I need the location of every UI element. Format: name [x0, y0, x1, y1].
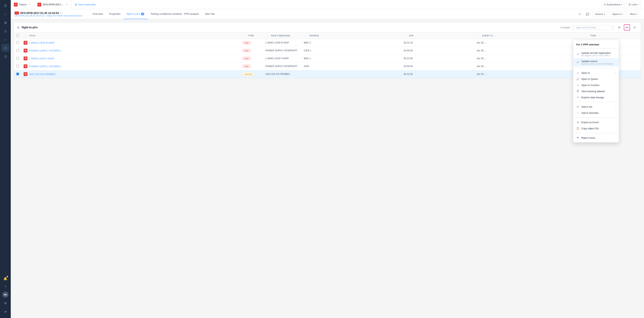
open-in-item[interactable]: ⎋ Open in › — [573, 70, 619, 76]
col-header-ata: ⋮⋮ ATA — [401, 32, 474, 39]
breadcrumb-from[interactable]: LAX-DFW-2013-06-02 09:26:29 — [14, 14, 44, 17]
blueprint-icon[interactable]: ⊡ — [2, 52, 9, 60]
row-checkbox[interactable] — [16, 41, 19, 44]
view-backing-dataset-item[interactable]: 🗄 View backing dataset — [573, 88, 619, 94]
row-checkbox[interactable] — [16, 65, 19, 67]
lists-label: Lists — [632, 3, 637, 6]
row-title-link[interactable]: POWER SUPPLY INTERRU... — [29, 65, 62, 68]
add-to-list-text: Add to list — [581, 105, 613, 108]
row-checkbox[interactable] — [16, 57, 19, 60]
tab-bar: ✈ Flights ✕ ✈ SFO-DFW-2017-... ✕ ⊕ New e… — [11, 0, 644, 9]
open-in-menu-icon: ⎋ — [576, 71, 579, 74]
open-in-quiver-text: Open in Quiver — [581, 78, 616, 80]
shuffle-icon[interactable]: ⇄ — [2, 308, 9, 315]
tab-testing[interactable]: Testing conditional container - PFR anal… — [148, 9, 202, 19]
tab-overview[interactable]: Overview — [90, 9, 106, 19]
view-backing-dataset-text: View backing dataset — [581, 90, 616, 93]
explore-data-lineage-item[interactable]: ✦ Explore data lineage — [573, 94, 619, 100]
table-title: flight-to-pfrs — [22, 26, 38, 29]
row-source-cell — [302, 70, 401, 78]
breadcrumb-end-arrow: › — [83, 14, 84, 17]
row-ata-cell: 36-22-00 — [401, 55, 474, 62]
comment-icon[interactable]: 💬 — [584, 11, 590, 17]
user-avatar[interactable]: NR — [2, 292, 8, 298]
tab-sfo-dfw[interactable]: ✈ SFO-DFW-2017-... ✕ — [34, 0, 72, 9]
tab-flight-to-pfrs[interactable]: flight-to-pfrs 5 — [124, 9, 148, 19]
row-source-cell: AIDS — [302, 62, 401, 70]
row-event-time-cell: Jan 30, ... — [474, 55, 588, 62]
add-to-favorites-item[interactable]: ☆ Add to favorites — [573, 110, 619, 116]
sfo-tab-label: SFO-DFW-2017-... — [43, 3, 64, 6]
explorations-button[interactable]: ⊙ Explorations ▾ — [601, 2, 624, 7]
record-icon: ↔ — [14, 11, 19, 14]
row-fault-message-cell: L WING LOOP B INOP — [263, 39, 302, 47]
help-icon[interactable]: ? — [2, 283, 9, 291]
row-source-cell: BMC 2 — [302, 39, 401, 47]
row-checkbox-cell — [14, 55, 21, 62]
report-issue-item[interactable]: ⚑ Report issue — [573, 135, 619, 141]
search-input-icon: ⌕ — [573, 26, 575, 29]
aircraft-icon: ✈ — [576, 53, 579, 56]
table-title-icon: ⊞ — [17, 26, 20, 29]
breadcrumb-to[interactable]: Dallas Fort Worth International Airport — [47, 14, 82, 17]
table-header-bar: ⊞ flight-to-pfrs 5 results ⌕ ? ⊞ ••• ⊟ — [14, 22, 641, 32]
results-count: 5 results — [560, 26, 570, 29]
close-flights-tab[interactable]: ✕ — [28, 3, 31, 6]
filter-icon[interactable]: ⊟ — [632, 24, 638, 30]
row-title-link[interactable]: L WING LOOP A INOP — [29, 57, 54, 60]
search-help-icon[interactable]: ? — [612, 26, 613, 29]
row-type-badge: fault — [242, 49, 250, 52]
update-source-item[interactable]: ⟳ Update source Update source system inf… — [573, 58, 619, 66]
col-header-checkbox — [14, 32, 21, 39]
lists-button[interactable]: ☰ Lists ▾ — [626, 2, 641, 7]
bell-icon[interactable]: 🔔 — [2, 275, 9, 282]
select-all-checkbox[interactable] — [16, 34, 19, 37]
search-nav-icon[interactable]: ⌕ — [2, 36, 9, 43]
update-aircraft-item[interactable]: ✈ Update aircraft registration Re-regist… — [573, 50, 619, 58]
row-event-time-cell: Jan 30, ... — [474, 62, 588, 70]
row-event-time-cell: Jan 30, ... — [474, 70, 588, 78]
open-in-contour-item[interactable]: ⬡ Open in Contour — [573, 82, 619, 88]
list-add-icon: ☰ — [576, 105, 579, 108]
context-menu: For 1 PFR selected: ✈ Update aircraft re… — [573, 40, 619, 143]
favorite-star-icon[interactable]: ☆ — [60, 12, 62, 14]
globe-icon[interactable]: ⊕ — [2, 299, 9, 307]
properties-tab-label: Properties — [109, 12, 120, 15]
row-fault-message-cell: L WING LOOP A INOP — [263, 55, 302, 62]
copy-object-ids-text: Copy object IDs — [581, 127, 616, 130]
explore-nav-icon[interactable]: ⊙ — [2, 44, 9, 52]
row-type-cell: fault — [240, 47, 263, 55]
copy-object-ids-item[interactable]: 📋 Copy object IDs — [573, 125, 619, 131]
tab-new-exploration[interactable]: ⊕ New exploration — [72, 0, 99, 9]
close-sfo-tab[interactable]: ✕ — [65, 3, 68, 6]
menu-icon[interactable]: ☰ — [2, 2, 9, 9]
row-title-link[interactable]: L WING LOOP B INOP — [29, 41, 54, 44]
row-title-link[interactable]: ANTI ICE F/O PROBES — [29, 73, 56, 76]
row-title-link[interactable]: POWER SUPPLY INTERRU... — [29, 49, 62, 52]
history-icon[interactable]: ◷ — [2, 27, 9, 35]
search-input[interactable] — [576, 26, 610, 29]
open-in-button[interactable]: Open in ▾ — [609, 11, 626, 17]
tab-new-tab[interactable]: New Tab — [202, 9, 218, 19]
main-content: ✈ Flights ✕ ✈ SFO-DFW-2017-... ✕ ⊕ New e… — [11, 0, 644, 318]
row-type-icon: 📡 — [24, 64, 28, 68]
row-checkbox[interactable] — [16, 73, 19, 75]
more-options-icon[interactable]: ••• — [624, 24, 630, 30]
actions-button[interactable]: Actions ▾ — [592, 11, 608, 17]
more-button[interactable]: More ▾ — [627, 11, 640, 17]
grid-icon[interactable]: ⊞ — [2, 19, 9, 26]
tab-flights[interactable]: ✈ Flights ✕ — [11, 0, 34, 9]
open-in-label: Open in — [612, 13, 621, 15]
grid-view-icon[interactable]: ⊞ — [616, 24, 622, 30]
add-to-list-item[interactable]: ☰ Add to list › — [573, 104, 619, 110]
search-box[interactable]: ⌕ ? — [572, 25, 615, 30]
export-excel-item[interactable]: ⬆ Export as Excel — [573, 119, 619, 125]
tab-properties[interactable]: Properties — [106, 9, 124, 19]
row-checkbox[interactable] — [16, 49, 19, 52]
actions-label: Actions — [595, 13, 603, 15]
row-type-icon: 📡 — [24, 41, 28, 45]
home-icon[interactable]: ⌂ — [2, 10, 9, 18]
open-in-quiver-item[interactable]: 📈 Open in Quiver — [573, 76, 619, 82]
refresh-icon[interactable]: ↺ — [577, 11, 583, 17]
more-label: More — [630, 13, 636, 15]
